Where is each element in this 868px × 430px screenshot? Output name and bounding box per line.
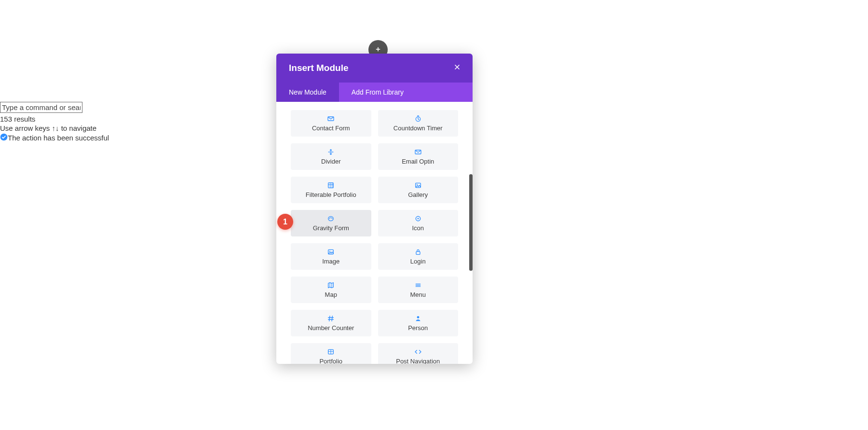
map-icon — [327, 281, 335, 289]
module-label: Login — [410, 258, 426, 265]
module-card-portfolio[interactable]: Portfolio — [291, 343, 371, 364]
tab-new-module[interactable]: New Module — [276, 83, 339, 102]
module-card-icon[interactable]: Icon — [378, 210, 459, 236]
module-card-person[interactable]: Person — [378, 310, 459, 336]
module-label: Divider — [321, 158, 340, 165]
module-card-email-optin[interactable]: Email Optin — [378, 143, 459, 170]
module-label: Number Counter — [308, 324, 354, 332]
person-icon — [414, 315, 422, 322]
module-label: Email Optin — [402, 158, 434, 165]
modal-body: Contact FormCountdown TimerDividerEmail … — [276, 102, 473, 364]
module-label: Menu — [410, 291, 426, 298]
tab-label: Add From Library — [352, 88, 404, 96]
tab-add-from-library[interactable]: Add From Library — [339, 83, 416, 102]
tab-label: New Module — [289, 88, 326, 96]
module-label: Gallery — [408, 191, 428, 198]
module-card-post-navigation[interactable]: Post Navigation — [378, 343, 459, 364]
module-label: Gravity Form — [313, 224, 349, 232]
command-input[interactable] — [0, 102, 82, 113]
nav-hint: Use arrow keys ↑↓ to navigate — [0, 124, 109, 132]
hash-icon — [327, 315, 335, 322]
results-count: 153 results — [0, 115, 109, 123]
divider-icon — [327, 148, 335, 156]
lock-icon — [414, 248, 422, 256]
scrollbar-thumb[interactable] — [469, 174, 473, 271]
command-palette-area: 153 results Use arrow keys ↑↓ to navigat… — [0, 102, 109, 142]
gf-icon — [327, 215, 335, 222]
module-card-filterable-portfolio[interactable]: Filterable Portfolio — [291, 177, 371, 203]
insert-module-modal: Insert Module New Module Add From Librar… — [276, 54, 473, 364]
module-label: Countdown Timer — [393, 125, 443, 132]
close-icon — [453, 63, 461, 73]
module-card-number-counter[interactable]: Number Counter — [291, 310, 371, 336]
module-label: Contact Form — [312, 125, 350, 132]
module-card-divider[interactable]: Divider — [291, 143, 371, 170]
module-card-countdown-timer[interactable]: Countdown Timer — [378, 110, 459, 137]
modal-title: Insert Module — [289, 63, 349, 73]
module-label: Map — [325, 291, 337, 298]
plus-icon — [375, 46, 381, 54]
module-card-gallery[interactable]: Gallery — [378, 177, 459, 203]
circle-icon — [414, 215, 422, 222]
modal-header: Insert Module — [276, 54, 473, 83]
grid-icon — [327, 181, 335, 189]
module-label: Filterable Portfolio — [306, 191, 356, 198]
modal-tabs: New Module Add From Library — [276, 83, 473, 102]
module-card-gravity-form[interactable]: Gravity Form — [291, 210, 371, 236]
module-label: Person — [408, 324, 428, 332]
close-button[interactable] — [451, 62, 463, 74]
module-card-menu[interactable]: Menu — [378, 277, 459, 303]
code-icon — [414, 348, 422, 356]
module-label: Portfolio — [319, 358, 342, 364]
module-label: Image — [322, 258, 339, 265]
image-icon — [327, 248, 335, 256]
check-circle-icon — [0, 133, 8, 142]
menu-icon — [414, 281, 422, 289]
module-card-contact-form[interactable]: Contact Form — [291, 110, 371, 137]
module-card-image[interactable]: Image — [291, 243, 371, 270]
module-label: Post Navigation — [396, 358, 440, 364]
mail-icon — [414, 148, 422, 156]
module-card-login[interactable]: Login — [378, 243, 459, 270]
module-list[interactable]: Contact FormCountdown TimerDividerEmail … — [276, 102, 473, 364]
status-text: The action has been successful — [8, 134, 109, 142]
module-label: Icon — [412, 224, 424, 232]
grid2-icon — [327, 348, 335, 356]
mail-icon — [327, 115, 335, 123]
module-card-map[interactable]: Map — [291, 277, 371, 303]
timer-icon — [414, 115, 422, 123]
status-message: The action has been successful — [0, 133, 109, 142]
step-badge: 1 — [277, 214, 293, 230]
step-badge-number: 1 — [283, 218, 287, 226]
image-icon — [414, 181, 422, 189]
